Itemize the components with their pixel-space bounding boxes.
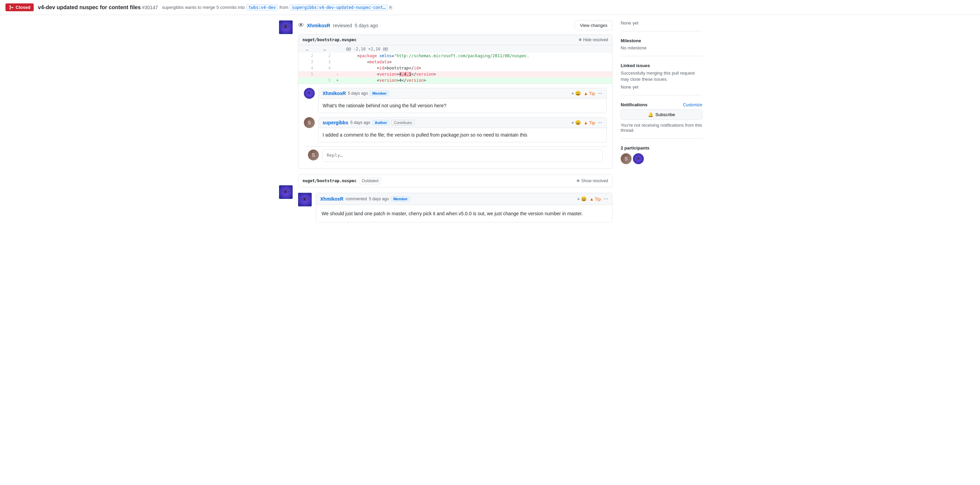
- participant-avatar-2[interactable]: 👁: [633, 153, 644, 164]
- comment-thread-1: 👁 XhmikosR 5 days ago Member: [298, 83, 612, 169]
- tip-triangle-icon-2: ▲: [584, 120, 588, 125]
- reviewer-name[interactable]: XhmikosR: [307, 23, 330, 28]
- comment-supergibbs-body: supergibbs 5 days ago Author Contributor…: [318, 117, 607, 142]
- review-header-left: 👁 XhmikosR reviewed 5 days ago: [298, 22, 378, 29]
- comment2-react-button[interactable]: + 😄: [571, 120, 581, 125]
- user-comment-card: XhmikosR commented 5 days ago Member + 😄: [316, 193, 612, 222]
- diff-block-1: nuget/bootstrap.nuspec ❄ Hide resolved ……: [298, 34, 612, 169]
- diff-filename-1: nuget/bootstrap.nuspec: [302, 37, 356, 42]
- xhmikos-comment-avatar: 👁: [298, 193, 312, 206]
- reviewer-avatar-rail: 👁: [279, 21, 293, 34]
- page-wrapper: Closed v4-dev updated nuspec for content…: [0, 0, 980, 485]
- user-comment-header: XhmikosR commented 5 days ago Member + 😄: [316, 193, 612, 205]
- user-comment-header-left: XhmikosR commented 5 days ago Member: [320, 196, 410, 202]
- comment-xhmikos-header: XhmikosR 5 days ago Member + 😄: [318, 88, 606, 99]
- sidebar-milestone-title: Milestone: [620, 38, 702, 43]
- main-layout: 👁 👁 👁 XhmikosR reviewed 5 days ago View …: [272, 15, 708, 228]
- sidebar-linked-issues-value: None yet: [620, 85, 702, 89]
- comment1-author[interactable]: XhmikosR: [323, 91, 346, 96]
- comment2-badge2: Contributor: [391, 120, 414, 125]
- copy-branch-icon[interactable]: ⎘: [389, 5, 392, 10]
- comment-xhmikos-avatar: 👁: [304, 88, 315, 99]
- branch-source[interactable]: supergibbs:v4-dev-updated-nuspec-cont…: [290, 5, 388, 11]
- comment-xhmikos-body: XhmikosR 5 days ago Member + 😄: [318, 88, 607, 113]
- diff-line-5-removed: 5 - <version>4.4.1</version>: [298, 71, 612, 77]
- comment-header-left-2: supergibbs 5 days ago Author Contributor: [323, 120, 415, 125]
- comment3-tip-button[interactable]: ▲ Tip: [589, 196, 601, 202]
- sidebar-notifications-section: Notifications Customize 🔔 Subscribe You'…: [620, 102, 702, 139]
- comment3-author[interactable]: XhmikosR: [320, 196, 343, 202]
- view-changes-button[interactable]: View changes: [575, 21, 612, 30]
- pr-title-area: v4-dev updated nuspec for content files …: [38, 5, 158, 11]
- comment1-react-button[interactable]: + 😄: [571, 91, 581, 96]
- comment2-tip-button[interactable]: ▲ Tip: [584, 120, 595, 125]
- participants-avatars: S 👁: [620, 153, 702, 164]
- outdated-badge: Outdated: [360, 177, 381, 184]
- comment1-more-button[interactable]: ···: [598, 90, 602, 96]
- review-header: 👁 XhmikosR reviewed 5 days ago View chan…: [298, 21, 612, 30]
- participant-avatar-1[interactable]: S: [620, 153, 632, 164]
- comment-supergibbs-avatar: S: [304, 117, 315, 128]
- hide-resolved-button[interactable]: ❄ Hide resolved: [579, 37, 608, 42]
- customize-link[interactable]: Customize: [683, 102, 702, 107]
- bell-icon: 🔔: [648, 112, 653, 117]
- reply-input[interactable]: [322, 150, 603, 162]
- comment1-content: What's the rationale behind not using th…: [318, 99, 606, 113]
- tip-triangle-icon-3: ▲: [589, 196, 594, 202]
- comment-xhmikos: 👁 XhmikosR 5 days ago Member: [304, 88, 607, 113]
- comment-supergibbs: S supergibbs 5 days ago Author Contribut…: [304, 117, 607, 142]
- main-content: 👁 XhmikosR reviewed 5 days ago View chan…: [298, 21, 612, 222]
- subscribe-desc: You're not receiving notifications from …: [620, 123, 702, 133]
- outdated-filename: nuget/bootstrap.nuspec: [302, 179, 356, 183]
- comment3-react-button[interactable]: + 😄: [577, 196, 587, 202]
- sidebar-none-yet-value: None yet: [620, 21, 702, 26]
- tip-triangle-icon: ▲: [584, 91, 588, 96]
- comment2-actions: + 😄 ▲ Tip ···: [571, 120, 602, 126]
- sidebar-milestone-section: Milestone No milestone: [620, 38, 702, 56]
- closed-badge: Closed: [5, 3, 34, 11]
- participants-section: 2 participants S 👁: [620, 145, 702, 164]
- notifications-header: Notifications Customize: [620, 102, 702, 107]
- diff-line-2: 2 2 <package xmlns="http://schemas.micro…: [298, 53, 612, 59]
- diff-header-1: nuget/bootstrap.nuspec ❄ Hide resolved: [298, 35, 612, 45]
- left-rail: 👁 👁: [278, 21, 294, 222]
- reply-box: S: [304, 147, 607, 164]
- branch-target[interactable]: twbs:v4-dev: [247, 5, 278, 11]
- sidebar-milestone-value: No milestone: [620, 45, 702, 50]
- outdated-left: nuget/bootstrap.nuspec Outdated: [302, 177, 381, 184]
- sidebar-none-yet-top: None yet: [620, 21, 702, 31]
- diff-line-3: 3 3 <metadata>: [298, 59, 612, 65]
- diff-ellipsis-row: … … @@ -2,16 +2,16 @@: [298, 45, 612, 53]
- comment-supergibbs-header: supergibbs 5 days ago Author Contributor…: [318, 118, 606, 128]
- notifications-title: Notifications: [620, 102, 648, 107]
- sidebar-linked-issues-desc: Successfully merging this pull request m…: [620, 70, 702, 83]
- comment3-content: We should just land one patch in master,…: [316, 205, 612, 222]
- diff-table: … … @@ -2,16 +2,16 @@ 2 2 <package xm: [298, 45, 612, 83]
- pr-number: #30147: [142, 5, 158, 10]
- comment1-time: 5 days ago: [348, 91, 368, 96]
- subscribe-button[interactable]: 🔔 Subscribe: [620, 109, 702, 120]
- comment1-tip-button[interactable]: ▲ Tip: [584, 91, 595, 96]
- comment2-author[interactable]: supergibbs: [323, 120, 348, 125]
- outdated-block: nuget/bootstrap.nuspec Outdated ❄ Show r…: [298, 174, 612, 187]
- participants-title: 2 participants: [620, 145, 702, 150]
- comment3-action: commented: [345, 196, 367, 201]
- show-resolved-button[interactable]: ❄ Show resolved: [576, 179, 608, 183]
- comment3-time: 5 days ago: [369, 196, 389, 201]
- comment1-badge: Member: [370, 91, 389, 96]
- sidebar: None yet Milestone No milestone Linked i…: [620, 21, 702, 222]
- comment2-time: 5 days ago: [350, 120, 370, 125]
- comment3-actions: + 😄 ▲ Tip ···: [577, 196, 608, 202]
- snowflake-icon-2: ❄: [576, 179, 580, 183]
- pr-meta: supergibbs wants to merge 5 commits into…: [162, 5, 392, 11]
- git-merge-icon: [9, 5, 14, 10]
- comment1-actions: + 😄 ▲ Tip ···: [571, 90, 602, 96]
- comment-header-left-1: XhmikosR 5 days ago Member: [323, 91, 389, 96]
- pr-title: v4-dev updated nuspec for content files: [38, 5, 140, 10]
- diff-line-4: 4 4 <id>bootstrap</id>: [298, 65, 612, 71]
- comment2-more-button[interactable]: ···: [598, 120, 602, 126]
- commenter-avatar-rail: 👁: [279, 185, 293, 199]
- comment3-more-button[interactable]: ···: [604, 196, 608, 202]
- eye-icon: 👁: [298, 22, 304, 29]
- comment3-badge: Member: [391, 196, 410, 202]
